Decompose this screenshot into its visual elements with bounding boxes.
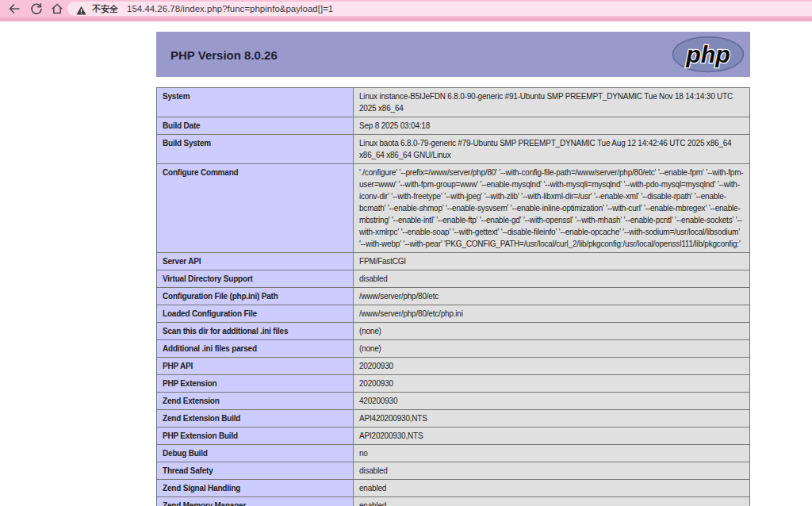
info-label: Virtual Directory Support	[157, 270, 354, 288]
info-label: Zend Extension Build	[157, 410, 354, 427]
back-arrow-icon[interactable]	[8, 2, 21, 15]
info-label: Thread Safety	[157, 462, 354, 480]
info-label: Build System	[157, 135, 354, 164]
table-row: Zend Signal Handlingenabled	[157, 480, 750, 497]
table-row: PHP Extension BuildAPI20200930,NTS	[157, 427, 750, 445]
info-value: API20200930,NTS	[354, 427, 750, 445]
table-row: Loaded Configuration File/www/server/php…	[157, 305, 750, 323]
info-value: enabled	[354, 497, 750, 506]
info-label: Debug Build	[157, 445, 354, 462]
info-value: './configure' '--prefix=/www/server/php/…	[354, 164, 750, 253]
info-value: 420200930	[354, 393, 750, 410]
warning-triangle-icon	[76, 4, 86, 13]
info-label: Build Date	[157, 117, 354, 135]
info-label: Scan this dir for additional .ini files	[157, 323, 354, 340]
info-value: Linux baota 6.8.0-79-generic #79-Ubuntu …	[354, 135, 750, 164]
info-label: Loaded Configuration File	[157, 305, 354, 323]
page-title: PHP Version 8.0.26	[170, 48, 278, 61]
info-value: Sep 8 2025 03:04:18	[354, 117, 750, 135]
reload-icon[interactable]	[30, 2, 43, 15]
table-row: Build DateSep 8 2025 03:04:18	[157, 117, 750, 135]
table-row: SystemLinux instance-B5IJeFDN 6.8.0-90-g…	[157, 88, 750, 117]
url-text[interactable]: 154.44.26.78/index.php?func=phpinfo&payl…	[127, 4, 333, 13]
table-row: Server APIFPM/FastCGI	[157, 253, 750, 270]
info-label: Zend Extension	[157, 393, 354, 410]
table-row: Configuration File (php.ini) Path/www/se…	[157, 288, 750, 305]
table-row: Zend Extension420200930	[157, 393, 750, 410]
info-value: FPM/FastCGI	[354, 253, 750, 270]
info-value: disabled	[354, 462, 750, 480]
table-row: Zend Memory Managerenabled	[157, 497, 750, 506]
info-value: 20200930	[354, 375, 750, 393]
info-table-body: SystemLinux instance-B5IJeFDN 6.8.0-90-g…	[157, 88, 750, 506]
php-logo-text: php	[685, 40, 730, 67]
info-value: API420200930,NTS	[354, 410, 750, 427]
info-value: (none)	[354, 340, 750, 358]
info-label: Configure Command	[157, 164, 354, 253]
info-label: PHP API	[157, 358, 354, 375]
info-label: Additional .ini files parsed	[157, 340, 354, 358]
table-row: Zend Extension BuildAPI420200930,NTS	[157, 410, 750, 427]
info-label: System	[157, 88, 354, 117]
table-row: Configure Command'./configure' '--prefix…	[157, 164, 750, 253]
table-row: Scan this dir for additional .ini files(…	[157, 323, 750, 340]
browser-toolbar: 不安全 154.44.26.78/index.php?func=phpinfo&…	[0, 0, 812, 17]
info-value: no	[354, 445, 750, 462]
info-value: /www/server/php/80/etc/php.ini	[354, 305, 750, 323]
home-icon[interactable]	[51, 2, 63, 15]
info-value: Linux instance-B5IJeFDN 6.8.0-90-generic…	[354, 88, 750, 117]
security-status-label[interactable]: 不安全	[92, 3, 118, 15]
phpinfo-page: PHP Version 8.0.26 php SystemLinux insta…	[0, 21, 812, 506]
info-value: 20200930	[354, 358, 750, 375]
info-value: (none)	[354, 323, 750, 340]
info-label: Zend Signal Handling	[157, 480, 354, 497]
table-row: Debug Buildno	[157, 445, 750, 462]
info-label: PHP Extension Build	[157, 427, 354, 445]
php-logo-icon: php	[670, 35, 746, 74]
table-row: Virtual Directory Supportdisabled	[157, 270, 750, 288]
table-row: PHP Extension20200930	[157, 375, 750, 393]
info-label: PHP Extension	[157, 375, 354, 393]
info-value: enabled	[354, 480, 750, 497]
phpinfo-table: SystemLinux instance-B5IJeFDN 6.8.0-90-g…	[156, 87, 750, 506]
address-bar[interactable]: 不安全 154.44.26.78/index.php?func=phpinfo&…	[67, 2, 812, 16]
phpinfo-header: PHP Version 8.0.26 php	[156, 32, 750, 77]
info-label: Configuration File (php.ini) Path	[157, 288, 354, 305]
table-row: Additional .ini files parsed(none)	[157, 340, 750, 358]
table-row: Build SystemLinux baota 6.8.0-79-generic…	[157, 135, 750, 164]
info-label: Server API	[157, 253, 354, 270]
info-label: Zend Memory Manager	[157, 497, 354, 506]
table-row: Thread Safetydisabled	[157, 462, 750, 480]
table-row: PHP API20200930	[157, 358, 750, 375]
info-value: disabled	[354, 270, 750, 288]
info-value: /www/server/php/80/etc	[354, 288, 750, 305]
